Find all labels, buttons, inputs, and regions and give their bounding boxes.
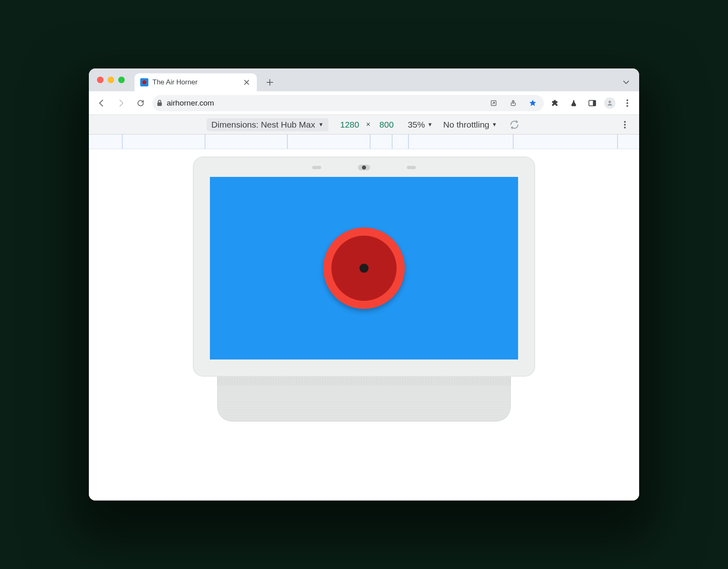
omnibox-trailing-icons — [487, 96, 540, 110]
sensor-pill-icon — [407, 166, 416, 169]
tabs-dropdown-button[interactable] — [619, 75, 633, 90]
height-input[interactable]: 800 — [376, 120, 397, 130]
device-screen[interactable] — [210, 177, 518, 359]
throttling-selector[interactable]: No throttling ▼ — [443, 120, 497, 130]
device-toolbar-more-button[interactable] — [618, 118, 632, 132]
address-bar[interactable]: airhorner.com — [152, 95, 544, 111]
profile-avatar-button[interactable] — [604, 97, 615, 109]
back-button[interactable] — [94, 95, 109, 111]
sensor-pill-icon — [312, 166, 321, 169]
device-sensors — [193, 165, 535, 170]
svg-point-8 — [627, 105, 628, 106]
extensions-icon[interactable] — [548, 96, 562, 110]
more-menu-button[interactable] — [620, 96, 634, 110]
toolbar-actions — [548, 96, 634, 110]
throttling-value: No throttling — [443, 120, 489, 130]
camera-icon — [358, 165, 370, 170]
close-tab-button[interactable] — [242, 78, 251, 87]
svg-point-9 — [624, 121, 626, 122]
window-controls — [97, 68, 125, 91]
dimension-inputs: 1280 × 800 — [339, 120, 397, 130]
url-text: airhorner.com — [167, 99, 483, 108]
zoom-selector[interactable]: 35% ▼ — [408, 120, 432, 130]
ruler — [89, 135, 639, 149]
favicon-icon — [140, 78, 148, 86]
airhorn-center-dot — [360, 264, 368, 273]
window-zoom-button[interactable] — [118, 77, 125, 83]
forward-button[interactable] — [113, 95, 129, 111]
tab-strip: The Air Horner — [89, 68, 639, 91]
device-selector[interactable]: Dimensions: Nest Hub Max ▼ — [207, 118, 329, 131]
browser-window: The Air Horner airhorner.com — [89, 68, 639, 501]
svg-rect-4 — [593, 100, 596, 106]
airhorn-inner-circle — [331, 236, 397, 301]
svg-rect-0 — [157, 102, 162, 106]
svg-point-10 — [624, 124, 626, 125]
device-viewport — [89, 149, 639, 501]
toolbar: airhorner.com — [89, 91, 639, 115]
labs-flask-icon[interactable] — [567, 96, 580, 110]
new-tab-button[interactable] — [263, 75, 277, 90]
caret-down-icon: ▼ — [427, 121, 432, 128]
svg-point-11 — [624, 126, 626, 128]
nest-hub-max-frame — [193, 157, 535, 421]
caret-down-icon: ▼ — [318, 121, 324, 128]
window-minimize-button[interactable] — [108, 77, 114, 83]
svg-point-5 — [609, 101, 611, 103]
dimension-x-icon: × — [366, 120, 371, 129]
window-close-button[interactable] — [97, 77, 104, 83]
svg-point-7 — [627, 102, 628, 104]
device-base — [209, 374, 519, 421]
lock-icon — [157, 99, 163, 106]
tab-title: The Air Horner — [152, 78, 238, 86]
share-icon[interactable] — [506, 96, 520, 110]
zoom-value: 35% — [408, 120, 425, 130]
device-toolbar: Dimensions: Nest Hub Max ▼ 1280 × 800 35… — [89, 115, 639, 135]
caret-down-icon: ▼ — [492, 121, 497, 128]
side-panel-icon[interactable] — [585, 96, 599, 110]
device-bezel — [193, 157, 535, 377]
svg-point-6 — [627, 99, 628, 101]
width-input[interactable]: 1280 — [339, 120, 360, 130]
device-selector-label: Dimensions: Nest Hub Max — [212, 120, 315, 130]
rotate-device-button[interactable] — [507, 118, 521, 132]
tab-active[interactable]: The Air Horner — [135, 73, 257, 91]
airhorn-button[interactable] — [323, 227, 405, 309]
bookmark-star-icon[interactable] — [526, 96, 540, 110]
reload-button[interactable] — [133, 95, 148, 111]
open-external-icon[interactable] — [487, 96, 501, 110]
